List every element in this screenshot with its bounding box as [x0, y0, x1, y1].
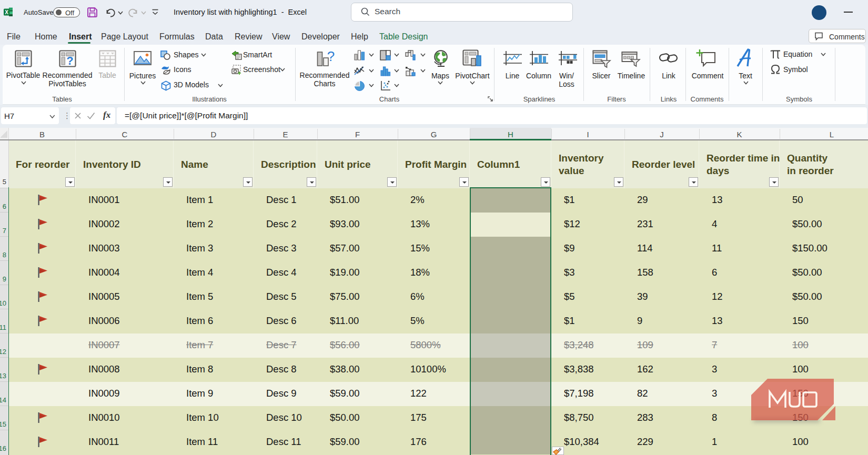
svg-text:X: X [5, 9, 8, 15]
svg-text:?: ? [66, 54, 73, 67]
svg-text:?: ? [327, 49, 335, 64]
